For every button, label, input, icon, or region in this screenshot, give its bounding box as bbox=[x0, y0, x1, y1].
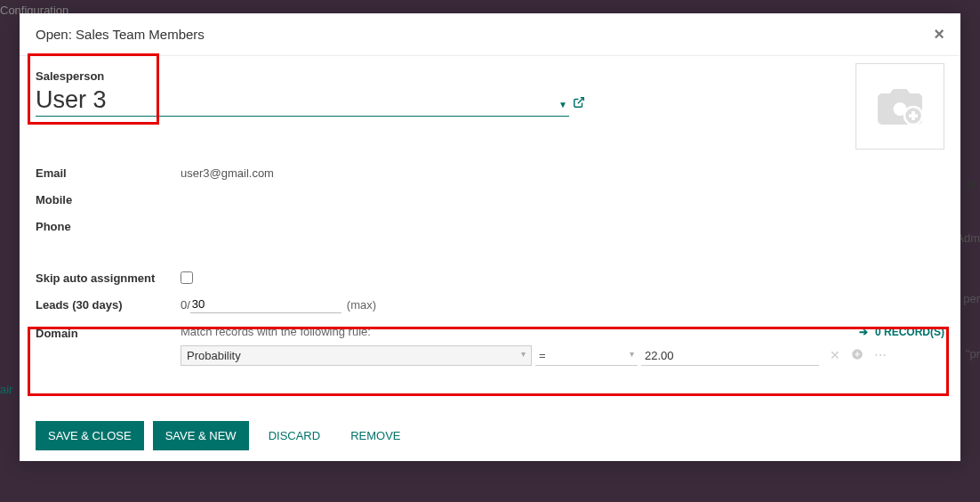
dropdown-caret-icon[interactable]: ▼ bbox=[558, 100, 567, 109]
skip-assignment-row: Skip auto assignment bbox=[36, 264, 944, 291]
modal-body: Salesperson ▼ Email user3@gmail.com Mobi… bbox=[20, 56, 960, 410]
discard-button[interactable]: DISCARD bbox=[258, 421, 332, 450]
camera-plus-icon bbox=[873, 85, 927, 129]
rule-add-icon[interactable] bbox=[851, 348, 864, 363]
svg-line-0 bbox=[578, 98, 583, 103]
modal-header: Open: Sales Team Members × bbox=[20, 13, 960, 56]
rule-value-input[interactable] bbox=[641, 346, 819, 366]
domain-rule-row: Probability =▾ ✕ ⋯ bbox=[181, 345, 944, 366]
mobile-label: Mobile bbox=[36, 193, 181, 206]
email-row: Email user3@gmail.com bbox=[36, 159, 944, 186]
fields-group: Email user3@gmail.com Mobile Phone Skip … bbox=[36, 159, 944, 366]
leads-current: 0 bbox=[181, 298, 187, 312]
email-label: Email bbox=[36, 166, 181, 180]
salesperson-row: ▼ bbox=[36, 85, 944, 117]
records-count: 0 RECORD(S) bbox=[875, 326, 944, 338]
leads-label: Leads (30 days) bbox=[36, 298, 181, 312]
close-icon: × bbox=[934, 24, 944, 44]
domain-section: Domain Match records with the following … bbox=[36, 325, 944, 366]
bg-per-text: per bbox=[963, 292, 980, 305]
leads-max-input[interactable] bbox=[190, 296, 341, 313]
rule-more-icon[interactable]: ⋯ bbox=[874, 348, 887, 363]
modal-footer: SAVE & CLOSE SAVE & NEW DISCARD REMOVE bbox=[20, 410, 960, 461]
modal-dialog: Open: Sales Team Members × Salesperson ▼… bbox=[20, 13, 960, 461]
arrow-right-icon: ➔ bbox=[859, 326, 868, 338]
external-link-icon[interactable] bbox=[573, 96, 585, 111]
skip-assignment-checkbox[interactable] bbox=[181, 271, 193, 284]
domain-label: Domain bbox=[36, 325, 181, 366]
salesperson-label: Salesperson bbox=[36, 69, 944, 83]
mobile-row: Mobile bbox=[36, 186, 944, 213]
save-close-button[interactable]: SAVE & CLOSE bbox=[36, 421, 144, 450]
phone-row: Phone bbox=[36, 213, 944, 239]
email-value: user3@gmail.com bbox=[181, 166, 274, 180]
leads-row: Leads (30 days) 0 / (max) bbox=[36, 291, 944, 318]
domain-content: Match records with the following rule: ➔… bbox=[181, 325, 944, 366]
leads-max-hint: (max) bbox=[347, 298, 376, 312]
domain-hint: Match records with the following rule: bbox=[181, 325, 371, 338]
modal-title: Open: Sales Team Members bbox=[36, 27, 205, 42]
rule-actions: ✕ ⋯ bbox=[830, 348, 887, 363]
remove-button[interactable]: REMOVE bbox=[340, 421, 411, 450]
phone-label: Phone bbox=[36, 220, 181, 233]
domain-header: Match records with the following rule: ➔… bbox=[181, 325, 944, 338]
records-link[interactable]: ➔ 0 RECORD(S) bbox=[859, 326, 944, 338]
rule-field-select[interactable]: Probability bbox=[181, 345, 532, 366]
image-upload[interactable] bbox=[855, 63, 944, 150]
bg-pr-text: "pr bbox=[966, 347, 980, 360]
save-new-button[interactable]: SAVE & NEW bbox=[153, 421, 249, 450]
salesperson-input[interactable] bbox=[36, 85, 569, 117]
bg-m-text: M bbox=[967, 178, 976, 191]
rule-operator-select[interactable]: =▾ bbox=[535, 346, 638, 366]
bg-air-text: air bbox=[0, 383, 12, 396]
close-button[interactable]: × bbox=[934, 24, 944, 45]
skip-assignment-label: Skip auto assignment bbox=[36, 271, 181, 285]
rule-delete-icon[interactable]: ✕ bbox=[830, 348, 840, 363]
